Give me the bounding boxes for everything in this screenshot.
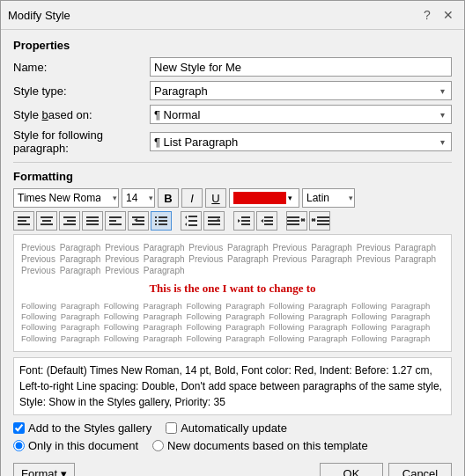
only-this-doc-radio[interactable] xyxy=(13,440,25,451)
font-select[interactable]: Times New Roman xyxy=(13,188,119,208)
style-type-label: Style type: xyxy=(13,84,150,98)
name-row: Name: xyxy=(13,57,452,77)
align-left-icon xyxy=(18,216,30,226)
align-left-button[interactable] xyxy=(13,211,34,231)
underline-button[interactable]: U xyxy=(205,188,226,208)
svg-rect-38 xyxy=(264,216,273,218)
sample-preview-text: This is the one I want to change to xyxy=(21,280,444,297)
para-spacing-icon xyxy=(208,216,220,226)
align-rtl-button[interactable] xyxy=(128,211,149,231)
svg-rect-8 xyxy=(63,223,76,225)
help-button[interactable]: ? xyxy=(418,6,436,24)
align-right-button[interactable] xyxy=(59,211,80,231)
format-dropdown-arrow-icon: ▾ xyxy=(61,467,67,476)
title-bar: Modify Style ? ✕ xyxy=(1,1,464,30)
svg-rect-10 xyxy=(86,220,99,222)
svg-rect-49 xyxy=(317,223,329,225)
svg-rect-25 xyxy=(188,216,197,217)
align-rtl-icon xyxy=(132,216,144,226)
svg-rect-4 xyxy=(42,220,51,222)
rtl-button[interactable] xyxy=(286,211,307,231)
color-box-wrapper: ▾ xyxy=(229,188,299,208)
format-button-label: Format xyxy=(21,467,57,476)
bold-button[interactable]: B xyxy=(158,188,179,208)
style-based-label: Style based on: xyxy=(13,108,150,121)
preview-area: Previous Paragraph Previous Paragraph Pr… xyxy=(13,234,452,352)
svg-rect-26 xyxy=(188,220,197,222)
ok-cancel-group: OK Cancel xyxy=(320,463,452,476)
svg-rect-14 xyxy=(109,223,122,225)
align-justify-button[interactable] xyxy=(82,211,103,231)
ok-button[interactable]: OK xyxy=(320,463,383,476)
svg-rect-2 xyxy=(18,223,30,225)
modify-style-dialog: Modify Style ? ✕ Properties Name: Style … xyxy=(0,0,465,476)
cancel-button[interactable]: Cancel xyxy=(388,463,452,476)
svg-rect-27 xyxy=(188,224,197,226)
indent-less-button[interactable] xyxy=(233,211,255,231)
rtl-icon xyxy=(287,216,306,226)
style-type-select-wrapper: Paragraph ▾ xyxy=(150,81,452,100)
svg-rect-24 xyxy=(155,223,157,225)
list-button[interactable] xyxy=(151,211,172,231)
svg-rect-15 xyxy=(132,216,144,218)
font-select-wrapper: Times New Roman ▾ xyxy=(13,188,119,208)
following-row: Style for following paragraph: ¶ List Pa… xyxy=(13,128,452,155)
following-select-wrapper: ¶ List Paragraph ▾ xyxy=(150,132,452,151)
name-input[interactable] xyxy=(150,57,452,77)
name-label: Name: xyxy=(13,61,150,74)
color-swatch xyxy=(233,192,286,204)
paragraph-spacing-button[interactable] xyxy=(203,211,225,231)
svg-rect-11 xyxy=(86,223,99,225)
svg-rect-6 xyxy=(63,216,76,218)
svg-rect-17 xyxy=(132,223,144,225)
new-docs-radio[interactable] xyxy=(152,440,164,451)
svg-rect-32 xyxy=(208,223,220,225)
language-select[interactable]: Latin xyxy=(302,188,355,208)
auto-update-label[interactable]: Automatically update xyxy=(166,421,287,435)
dialog-body: Properties Name: Style type: Paragraph ▾… xyxy=(1,30,464,476)
style-based-row: Style based on: ¶ Normal ▾ xyxy=(13,105,452,124)
only-this-doc-label[interactable]: Only in this document xyxy=(13,439,138,452)
indent-less-icon xyxy=(238,216,250,226)
close-button[interactable]: ✕ xyxy=(439,6,457,24)
line-spacing-button[interactable] xyxy=(181,211,202,231)
svg-marker-29 xyxy=(185,223,187,226)
following-select[interactable]: ¶ List Paragraph xyxy=(150,132,452,151)
svg-rect-30 xyxy=(208,216,220,218)
align-center-icon xyxy=(41,216,53,226)
style-based-select[interactable]: ¶ Normal xyxy=(150,105,452,124)
new-docs-text: New documents based on this template xyxy=(167,439,368,452)
italic-button[interactable]: I xyxy=(181,188,203,208)
align-center-button[interactable] xyxy=(36,211,57,231)
svg-rect-13 xyxy=(109,220,116,222)
color-arrow-icon: ▾ xyxy=(288,194,292,202)
title-bar-left: Modify Style xyxy=(8,9,70,22)
style-type-select[interactable]: Paragraph xyxy=(150,81,452,100)
add-to-gallery-label[interactable]: Add to the Styles gallery xyxy=(13,421,151,435)
svg-rect-19 xyxy=(159,216,167,218)
align-right-icon xyxy=(63,216,76,226)
following-label: Style for following paragraph: xyxy=(13,128,150,155)
svg-rect-7 xyxy=(67,220,76,222)
style-type-row: Style type: Paragraph ▾ xyxy=(13,81,452,100)
svg-rect-21 xyxy=(159,223,167,225)
align-left2-button[interactable] xyxy=(105,211,126,231)
svg-rect-3 xyxy=(41,216,53,218)
indent-more-icon xyxy=(261,216,273,226)
add-to-gallery-checkbox[interactable] xyxy=(13,422,25,434)
auto-update-checkbox[interactable] xyxy=(166,422,177,434)
svg-marker-37 xyxy=(238,219,240,223)
indent-more-button[interactable] xyxy=(256,211,277,231)
new-docs-label[interactable]: New documents based on this template xyxy=(152,439,368,452)
align-justify-icon xyxy=(86,216,99,226)
svg-rect-20 xyxy=(159,220,167,222)
ltr-button[interactable] xyxy=(309,211,330,231)
font-color-button[interactable]: ▾ xyxy=(229,188,299,208)
align-left2-icon xyxy=(109,216,122,226)
svg-rect-5 xyxy=(41,223,53,225)
format-row1: Times New Roman ▾ 14 ▾ B I U xyxy=(13,188,452,208)
ltr-icon xyxy=(310,216,329,226)
format-dropdown-button[interactable]: Format ▾ xyxy=(13,463,75,476)
svg-rect-1 xyxy=(18,220,26,222)
size-select[interactable]: 14 xyxy=(122,188,155,208)
